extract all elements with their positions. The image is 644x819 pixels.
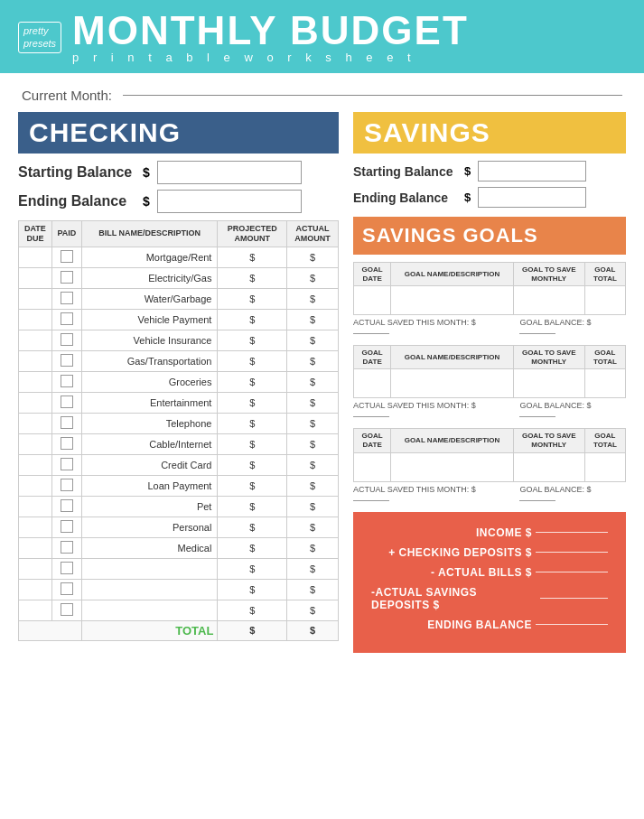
projected-amount-cell[interactable]: $ [218, 413, 287, 433]
paid-checkbox-cell[interactable] [51, 433, 81, 454]
projected-amount-cell[interactable]: $ [218, 267, 287, 288]
actual-amount-cell[interactable]: $ [287, 537, 339, 558]
actual-amount-cell[interactable]: $ [287, 454, 339, 475]
paid-checkbox-cell[interactable] [51, 517, 81, 537]
paid-checkbox-cell[interactable] [51, 558, 81, 579]
actual-amount-cell[interactable]: $ [287, 475, 339, 496]
checkbox[interactable] [61, 312, 73, 325]
date-due-cell[interactable] [19, 433, 52, 454]
checkbox[interactable] [61, 271, 73, 284]
checkbox[interactable] [61, 375, 73, 387]
paid-checkbox-cell[interactable] [51, 579, 81, 600]
date-due-cell[interactable] [19, 288, 52, 309]
projected-amount-cell[interactable]: $ [218, 537, 287, 558]
checkbox[interactable] [61, 292, 73, 304]
checkbox[interactable] [61, 541, 73, 554]
actual-amount-cell[interactable]: $ [287, 350, 339, 371]
projected-amount-cell[interactable]: $ [218, 309, 287, 330]
actual-amount-cell[interactable]: $ [287, 330, 339, 350]
projected-amount-cell[interactable]: $ [218, 392, 287, 413]
date-due-cell[interactable] [19, 267, 52, 288]
projected-amount-cell[interactable]: $ [218, 288, 287, 309]
goal-cell-1[interactable] [391, 452, 513, 481]
goal-cell-3[interactable] [584, 286, 625, 315]
paid-checkbox-cell[interactable] [51, 350, 81, 371]
date-due-cell[interactable] [19, 392, 52, 413]
projected-amount-cell[interactable]: $ [218, 600, 287, 620]
projected-amount-cell[interactable]: $ [218, 350, 287, 371]
date-due-cell[interactable] [19, 537, 52, 558]
checkbox[interactable] [61, 562, 73, 574]
paid-checkbox-cell[interactable] [51, 413, 81, 433]
goal-cell-0[interactable] [354, 286, 391, 315]
paid-checkbox-cell[interactable] [51, 288, 81, 309]
checkbox[interactable] [61, 354, 73, 367]
date-due-cell[interactable] [19, 371, 52, 392]
paid-checkbox-cell[interactable] [51, 496, 81, 517]
ending-balance-input[interactable] [157, 190, 302, 213]
checkbox[interactable] [61, 499, 73, 512]
paid-checkbox-cell[interactable] [51, 371, 81, 392]
checkbox[interactable] [61, 582, 73, 595]
checkbox[interactable] [61, 416, 73, 429]
checkbox[interactable] [61, 250, 73, 263]
actual-amount-cell[interactable]: $ [287, 496, 339, 517]
checkbox[interactable] [61, 458, 73, 470]
savings-ending-input[interactable] [478, 187, 586, 208]
projected-amount-cell[interactable]: $ [218, 496, 287, 517]
projected-amount-cell[interactable]: $ [218, 247, 287, 267]
projected-amount-cell[interactable]: $ [218, 475, 287, 496]
date-due-cell[interactable] [19, 247, 52, 267]
date-due-cell[interactable] [19, 579, 52, 600]
projected-amount-cell[interactable]: $ [218, 330, 287, 350]
goal-cell-0[interactable] [354, 452, 391, 481]
actual-amount-cell[interactable]: $ [287, 600, 339, 620]
checkbox[interactable] [61, 520, 73, 533]
actual-amount-cell[interactable]: $ [287, 247, 339, 267]
paid-checkbox-cell[interactable] [51, 475, 81, 496]
paid-checkbox-cell[interactable] [51, 267, 81, 288]
goal-cell-2[interactable] [513, 452, 584, 481]
projected-amount-cell[interactable]: $ [218, 579, 287, 600]
date-due-cell[interactable] [19, 350, 52, 371]
date-due-cell[interactable] [19, 600, 52, 620]
actual-amount-cell[interactable]: $ [287, 579, 339, 600]
paid-checkbox-cell[interactable] [51, 600, 81, 620]
date-due-cell[interactable] [19, 309, 52, 330]
paid-checkbox-cell[interactable] [51, 247, 81, 267]
projected-amount-cell[interactable]: $ [218, 371, 287, 392]
paid-checkbox-cell[interactable] [51, 309, 81, 330]
date-due-cell[interactable] [19, 496, 52, 517]
checkbox[interactable] [61, 437, 73, 450]
checkbox[interactable] [61, 396, 73, 408]
starting-balance-input[interactable] [157, 161, 302, 184]
goal-cell-1[interactable] [391, 369, 513, 398]
goal-cell-3[interactable] [584, 452, 625, 481]
actual-amount-cell[interactable]: $ [287, 558, 339, 579]
checkbox[interactable] [61, 333, 73, 346]
goal-cell-2[interactable] [513, 286, 584, 315]
checkbox[interactable] [61, 603, 73, 616]
actual-amount-cell[interactable]: $ [287, 371, 339, 392]
projected-amount-cell[interactable]: $ [218, 433, 287, 454]
goal-cell-2[interactable] [513, 369, 584, 398]
paid-checkbox-cell[interactable] [51, 330, 81, 350]
date-due-cell[interactable] [19, 475, 52, 496]
actual-amount-cell[interactable]: $ [287, 288, 339, 309]
actual-amount-cell[interactable]: $ [287, 309, 339, 330]
date-due-cell[interactable] [19, 330, 52, 350]
paid-checkbox-cell[interactable] [51, 392, 81, 413]
date-due-cell[interactable] [19, 517, 52, 537]
actual-amount-cell[interactable]: $ [287, 433, 339, 454]
paid-checkbox-cell[interactable] [51, 454, 81, 475]
savings-starting-input[interactable] [478, 161, 586, 181]
actual-amount-cell[interactable]: $ [287, 413, 339, 433]
goal-cell-0[interactable] [354, 369, 391, 398]
paid-checkbox-cell[interactable] [51, 537, 81, 558]
projected-amount-cell[interactable]: $ [218, 558, 287, 579]
projected-amount-cell[interactable]: $ [218, 517, 287, 537]
goal-cell-1[interactable] [391, 286, 513, 315]
actual-amount-cell[interactable]: $ [287, 392, 339, 413]
goal-cell-3[interactable] [584, 369, 625, 398]
date-due-cell[interactable] [19, 454, 52, 475]
